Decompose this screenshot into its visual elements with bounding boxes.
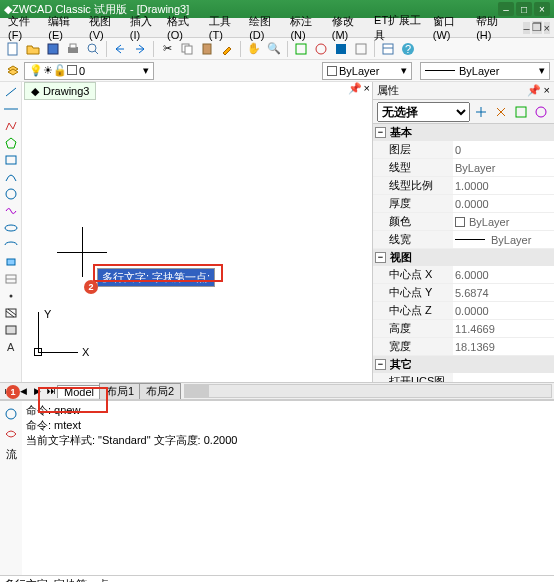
paste-icon[interactable] <box>198 40 216 58</box>
prop-value[interactable]: 0.0000 <box>453 302 554 319</box>
next-tab-icon[interactable]: ▶ <box>30 384 44 398</box>
line-icon[interactable] <box>2 84 20 100</box>
prop-row[interactable]: 中心点 Z0.0000 <box>373 302 554 320</box>
rectangle-icon[interactable] <box>2 152 20 168</box>
circle-icon[interactable] <box>2 186 20 202</box>
menu-help[interactable]: 帮助(H) <box>472 12 511 43</box>
help-icon[interactable]: ? <box>399 40 417 58</box>
cmd-icon-1[interactable] <box>2 405 20 423</box>
prop-row[interactable]: 线型ByLayer <box>373 159 554 177</box>
prop-group[interactable]: −基本 <box>373 124 554 141</box>
menu-draw[interactable]: 绘图(D) <box>245 12 284 43</box>
hatch-icon[interactable] <box>2 305 20 321</box>
tool-c-icon[interactable] <box>332 40 350 58</box>
tab-layout1[interactable]: 布局1 <box>99 383 141 399</box>
prop-value[interactable]: 是 <box>453 373 554 382</box>
polyline-icon[interactable] <box>2 118 20 134</box>
save-icon[interactable] <box>44 40 62 58</box>
prop-value[interactable]: 0.0000 <box>453 195 554 212</box>
prop-value[interactable]: 0 <box>453 141 554 158</box>
drawing-canvas[interactable]: ◆ Drawing3 📌 × 多行文字: 字块第一点: 2 Y X <box>22 82 372 382</box>
open-icon[interactable] <box>24 40 42 58</box>
menu-tools[interactable]: 工具(T) <box>205 12 243 43</box>
copy-icon[interactable] <box>178 40 196 58</box>
cmd-icon-2[interactable] <box>2 425 20 443</box>
properties-icon[interactable] <box>379 40 397 58</box>
menu-edit[interactable]: 编辑(E) <box>44 12 83 43</box>
doc-restore-button[interactable]: ❐ <box>532 21 542 34</box>
prop-tool-1-icon[interactable] <box>472 103 490 121</box>
prop-row[interactable]: 颜色ByLayer <box>373 213 554 231</box>
doc-close-button[interactable]: × <box>544 22 550 34</box>
menu-file[interactable]: 文件(F) <box>4 12 42 43</box>
menu-window[interactable]: 窗口(W) <box>429 12 470 43</box>
prop-row[interactable]: 打开UCS图标是 <box>373 373 554 382</box>
close-button[interactable]: × <box>534 2 550 16</box>
ellipse-icon[interactable] <box>2 220 20 236</box>
panel-pin-icon[interactable]: 📌 <box>348 82 362 95</box>
tab-model[interactable]: Model <box>57 385 101 398</box>
maximize-button[interactable]: □ <box>516 2 532 16</box>
prop-group[interactable]: −视图 <box>373 249 554 266</box>
polygon-icon[interactable] <box>2 135 20 151</box>
menu-modify[interactable]: 修改(M) <box>328 12 368 43</box>
panel-close-icon[interactable]: × <box>364 82 370 95</box>
prop-row[interactable]: 厚度0.0000 <box>373 195 554 213</box>
new-icon[interactable] <box>4 40 22 58</box>
last-tab-icon[interactable]: ⏭ <box>44 384 58 398</box>
prop-row[interactable]: 线型比例1.0000 <box>373 177 554 195</box>
color-dropdown[interactable]: ByLayer ▾ <box>322 62 412 80</box>
layer-manager-icon[interactable] <box>4 62 22 80</box>
prop-value[interactable]: 18.1369 <box>453 338 554 355</box>
block-icon[interactable] <box>2 271 20 287</box>
zoom-icon[interactable]: 🔍 <box>265 40 283 58</box>
prop-row[interactable]: 图层0 <box>373 141 554 159</box>
text-icon[interactable]: A <box>2 339 20 355</box>
horizontal-scrollbar[interactable] <box>184 384 552 398</box>
prop-value[interactable]: 6.0000 <box>453 266 554 283</box>
menu-dimension[interactable]: 标注(N) <box>286 12 325 43</box>
region-icon[interactable] <box>2 322 20 338</box>
prop-row[interactable]: 中心点 X6.0000 <box>373 266 554 284</box>
layer-dropdown[interactable]: 💡 ☀ 🔓 0 ▾ <box>24 62 154 80</box>
undo-icon[interactable] <box>111 40 129 58</box>
prop-tool-2-icon[interactable] <box>492 103 510 121</box>
xline-icon[interactable] <box>2 101 20 117</box>
prop-value[interactable]: 11.4669 <box>453 320 554 337</box>
point-icon[interactable] <box>2 288 20 304</box>
prop-value[interactable]: ByLayer <box>453 159 554 176</box>
menu-view[interactable]: 视图(V) <box>85 12 124 43</box>
redo-icon[interactable] <box>131 40 149 58</box>
prop-row[interactable]: 中心点 Y5.6874 <box>373 284 554 302</box>
tool-b-icon[interactable] <box>312 40 330 58</box>
spline-icon[interactable] <box>2 203 20 219</box>
ellipse-arc-icon[interactable] <box>2 237 20 253</box>
prop-row[interactable]: 线宽ByLayer <box>373 231 554 249</box>
prop-row[interactable]: 高度11.4669 <box>373 320 554 338</box>
matchprop-icon[interactable] <box>218 40 236 58</box>
drawing-tab[interactable]: ◆ Drawing3 <box>24 82 96 100</box>
cmd-icon-3[interactable]: 流 <box>2 445 20 463</box>
prop-value[interactable]: 5.6874 <box>453 284 554 301</box>
cut-icon[interactable]: ✂ <box>158 40 176 58</box>
arc-icon[interactable] <box>2 169 20 185</box>
command-prompt[interactable]: 多行文字: 字块第一点: <box>4 577 112 582</box>
prop-value[interactable]: ByLayer <box>453 213 554 230</box>
prop-tool-3-icon[interactable] <box>512 103 530 121</box>
prop-value[interactable]: ByLayer <box>453 231 554 248</box>
prop-value[interactable]: 1.0000 <box>453 177 554 194</box>
prop-tool-4-icon[interactable] <box>532 103 550 121</box>
prop-group[interactable]: −其它 <box>373 356 554 373</box>
prop-row[interactable]: 宽度18.1369 <box>373 338 554 356</box>
menu-insert[interactable]: 插入(I) <box>126 12 161 43</box>
tool-d-icon[interactable] <box>352 40 370 58</box>
doc-minimize-button[interactable]: – <box>523 22 529 34</box>
tab-layout2[interactable]: 布局2 <box>139 383 181 399</box>
preview-icon[interactable] <box>84 40 102 58</box>
print-icon[interactable] <box>64 40 82 58</box>
linetype-dropdown[interactable]: ByLayer ▾ <box>420 62 550 80</box>
panel-close-icon[interactable]: × <box>544 84 550 96</box>
pan-icon[interactable]: ✋ <box>245 40 263 58</box>
menu-format[interactable]: 格式(O) <box>163 12 203 43</box>
tool-a-icon[interactable] <box>292 40 310 58</box>
